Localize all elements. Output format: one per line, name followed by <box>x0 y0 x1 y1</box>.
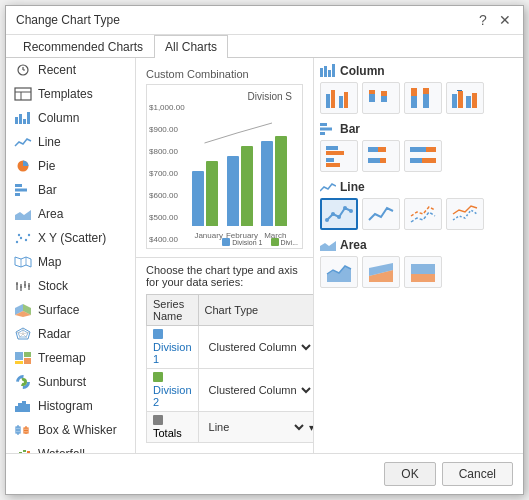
svg-rect-100 <box>426 147 436 152</box>
ct-stacked-bar[interactable] <box>362 140 400 172</box>
help-button[interactable]: ? <box>475 12 491 28</box>
cancel-button[interactable]: Cancel <box>442 462 513 486</box>
sidebar-label-bar: Bar <box>38 183 57 197</box>
treemap-icon <box>14 351 32 365</box>
svg-rect-42 <box>24 358 31 364</box>
sidebar-item-templates[interactable]: Templates <box>6 82 135 106</box>
svg-rect-6 <box>15 117 18 124</box>
svg-rect-101 <box>410 158 422 163</box>
sidebar-item-sunburst[interactable]: Sunburst <box>6 370 135 394</box>
chart-type-scroll[interactable]: Column <box>314 58 523 453</box>
bar-mar-d1 <box>261 141 273 226</box>
stock-icon <box>14 279 32 293</box>
svg-rect-97 <box>368 158 380 163</box>
ct-100-stacked-bar[interactable] <box>404 140 442 172</box>
ct-line-icons-row <box>320 198 517 230</box>
ct-area-icons-row <box>320 256 517 288</box>
sidebar-item-radar[interactable]: Radar <box>6 322 135 346</box>
svg-marker-108 <box>320 241 336 251</box>
chart-preview: Custom Combination Division S $1,000.00 … <box>136 58 313 258</box>
series-type-totals[interactable]: Line ▾ <box>198 412 313 443</box>
column-icon <box>14 111 32 125</box>
ok-button[interactable]: OK <box>384 462 435 486</box>
series-type-d1[interactable]: Clustered Column <box>198 326 313 369</box>
svg-point-17 <box>25 239 27 241</box>
svg-rect-93 <box>326 158 334 162</box>
sidebar-item-xy-scatter[interactable]: X Y (Scatter) <box>6 226 135 250</box>
col-chart-type: Chart Type <box>198 295 313 326</box>
chart-type-select-d2[interactable]: Clustered Column <box>205 383 313 397</box>
sidebar-item-map[interactable]: Map <box>6 250 135 274</box>
svg-rect-8 <box>23 119 26 124</box>
y-axis-labels: $1,000.00 $900.00 $800.00 $700.00 $600.0… <box>149 103 185 249</box>
legend-item-d1: Division 1 <box>222 238 262 246</box>
ct-bar-label: Bar <box>340 122 360 136</box>
map-icon <box>14 255 32 269</box>
ct-line-markers[interactable] <box>320 198 358 230</box>
bar-icon <box>14 183 32 197</box>
svg-rect-48 <box>22 401 26 412</box>
svg-point-45 <box>21 380 26 385</box>
svg-rect-82 <box>423 88 429 94</box>
sidebar-item-recent[interactable]: Recent <box>6 58 135 82</box>
ct-clustered-col[interactable] <box>320 82 358 114</box>
tab-recommended[interactable]: Recommended Charts <box>12 35 154 58</box>
legend-color-d1 <box>222 238 230 246</box>
sidebar-item-area[interactable]: Area <box>6 202 135 226</box>
sidebar-item-stock[interactable]: Stock <box>6 274 135 298</box>
sidebar: Recent Templates Column <box>6 58 136 453</box>
ct-100-stacked-area[interactable] <box>404 256 442 288</box>
close-button[interactable]: ✕ <box>497 12 513 28</box>
sidebar-item-box-whisker[interactable]: Box & Whisker <box>6 418 135 442</box>
ct-3d-clustered-col[interactable] <box>446 82 484 114</box>
sidebar-item-column[interactable]: Column <box>6 106 135 130</box>
svg-rect-79 <box>411 96 417 108</box>
svg-point-104 <box>331 212 335 216</box>
svg-point-105 <box>337 215 341 219</box>
svg-rect-47 <box>18 403 22 412</box>
ct-100-stacked-col[interactable] <box>404 82 442 114</box>
sidebar-label-surface: Surface <box>38 303 79 317</box>
bar-group-feb <box>227 146 258 226</box>
svg-rect-89 <box>320 128 332 131</box>
ct-area-label: Area <box>340 238 367 252</box>
sidebar-item-pie[interactable]: Pie <box>6 154 135 178</box>
sidebar-label-pie: Pie <box>38 159 55 173</box>
sidebar-item-line[interactable]: Line <box>6 130 135 154</box>
ct-line[interactable] <box>362 198 400 230</box>
box-whisker-icon <box>14 423 32 437</box>
bar-feb-d2 <box>241 146 253 226</box>
svg-rect-92 <box>326 151 344 155</box>
ct-column-label: Column <box>340 64 385 78</box>
svg-rect-73 <box>339 96 343 108</box>
sidebar-item-histogram[interactable]: Histogram <box>6 394 135 418</box>
sidebar-label-histogram: Histogram <box>38 399 93 413</box>
svg-rect-74 <box>344 92 348 108</box>
chart-type-select-d1[interactable]: Clustered Column <box>205 340 313 354</box>
ct-stacked-line[interactable] <box>404 198 442 230</box>
ct-100-stacked-line[interactable] <box>446 198 484 230</box>
ct-area[interactable] <box>320 256 358 288</box>
series-name-text-totals: Totals <box>153 427 182 439</box>
sidebar-item-treemap[interactable]: Treemap <box>6 346 135 370</box>
ct-stacked-area[interactable] <box>362 256 400 288</box>
series-color-d1 <box>153 329 163 339</box>
sidebar-item-waterfall[interactable]: Waterfall <box>6 442 135 453</box>
sidebar-item-surface[interactable]: Surface <box>6 298 135 322</box>
series-type-d2[interactable]: Clustered Column <box>198 369 313 412</box>
sidebar-item-bar[interactable]: Bar <box>6 178 135 202</box>
preview-title: Custom Combination <box>146 68 303 80</box>
ct-clustered-bar[interactable] <box>320 140 358 172</box>
sunburst-icon <box>14 375 32 389</box>
ct-section-header-line: Line <box>320 180 517 194</box>
pie-icon <box>14 159 32 173</box>
tab-all-charts[interactable]: All Charts <box>154 35 228 58</box>
svg-rect-90 <box>320 132 325 135</box>
legend-label-d2: Divi... <box>281 239 299 246</box>
svg-rect-43 <box>15 361 23 364</box>
svg-marker-14 <box>15 210 31 220</box>
ct-stacked-col[interactable] <box>362 82 400 114</box>
svg-rect-41 <box>24 352 31 357</box>
chart-type-select-totals[interactable]: Line <box>205 420 307 434</box>
svg-marker-109 <box>327 266 351 282</box>
